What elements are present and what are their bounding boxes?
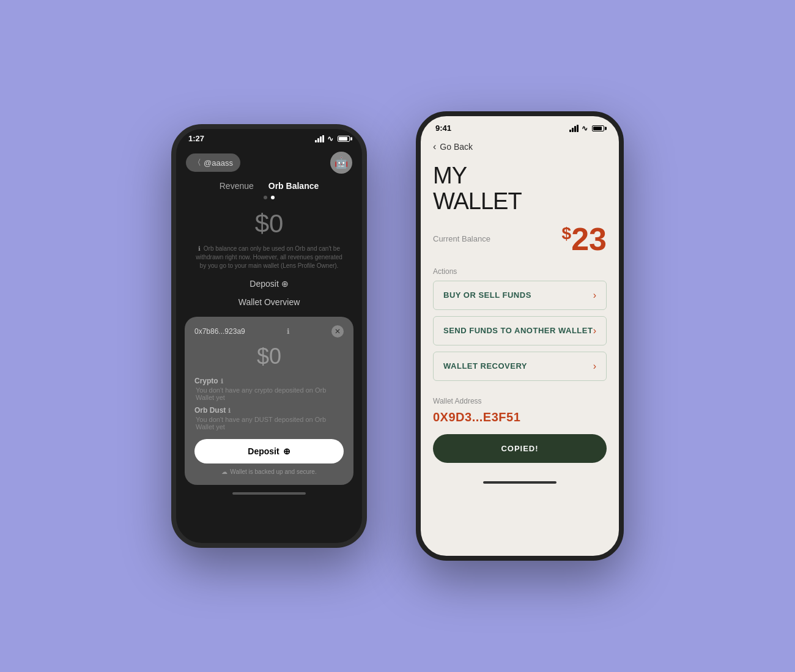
send-funds-label: SEND FUNDS TO ANOTHER WALLET <box>443 326 593 335</box>
main-balance: $0 <box>176 204 362 242</box>
wifi-icon-dark: ∿ <box>327 135 333 143</box>
send-funds-button[interactable]: SEND FUNDS TO ANOTHER WALLET › <box>433 316 607 345</box>
tab-revenue[interactable]: Revenue <box>220 181 254 191</box>
buy-sell-label: BUY OR SELL FUNDS <box>443 290 531 300</box>
chevron-left-icon: ‹ <box>433 141 436 152</box>
tab-dots <box>176 196 362 204</box>
deposit-link[interactable]: Deposit ⊕ <box>176 273 362 295</box>
phone-dark: 1:27 ∿ 〈 @aaass 🤖 Revenue Orb Balance $0 <box>171 124 367 548</box>
popup-header: 0x7b86...923a9 ℹ ✕ <box>194 325 344 338</box>
username-badge[interactable]: 〈 @aaass <box>186 153 240 172</box>
wallet-title-line2: WALLET <box>433 189 607 215</box>
wallet-overview-link[interactable]: Wallet Overview <box>176 295 362 313</box>
actions-label: Actions <box>433 267 607 276</box>
wallet-address-value: 0X9D3...E3F51 <box>433 410 607 424</box>
wallet-popup-card: 0x7b86...923a9 ℹ ✕ $0 Crypto ℹ You don't… <box>185 317 353 485</box>
copied-button[interactable]: COPIED! <box>433 434 607 463</box>
wallet-address-section: Wallet Address 0X9D3...E3F51 COPIED! <box>421 387 619 469</box>
crypto-label: Crypto ℹ <box>194 377 344 385</box>
arrow-right-icon-3: › <box>593 361 596 372</box>
signal-icon-light <box>569 125 579 132</box>
header-dark: 〈 @aaass 🤖 <box>176 143 362 179</box>
phone-light: 9:41 ∿ ‹ Go Back MY WALLET Current Balan… <box>416 111 624 561</box>
time-light: 9:41 <box>435 124 451 133</box>
balance-amount: $23 <box>562 223 607 255</box>
dot-1 <box>264 196 267 199</box>
plus-icon: ⊕ <box>281 279 289 289</box>
signal-icon-dark <box>315 135 324 142</box>
dust-sub-text: You don't have any DUST deposited on Orb… <box>194 416 344 430</box>
home-indicator-light <box>483 481 556 484</box>
info-text: ℹ Orb balance can only be used on Orb an… <box>176 242 362 273</box>
crypto-sub-text: You don't have any crypto deposited on O… <box>194 386 344 401</box>
arrow-right-icon-2: › <box>593 325 596 336</box>
wallet-recovery-label: WALLET RECOVERY <box>443 361 527 371</box>
main-balance-amount: $0 <box>176 209 362 238</box>
time-dark: 1:27 <box>188 134 204 143</box>
close-popup-button[interactable]: ✕ <box>331 325 344 338</box>
back-label: Go Back <box>440 142 473 152</box>
arrow-right-icon-1: › <box>593 290 596 301</box>
actions-section: Actions BUY OR SELL FUNDS › SEND FUNDS T… <box>421 267 619 381</box>
home-indicator-dark <box>232 492 306 495</box>
balance-label: Current Balance <box>433 234 490 243</box>
currency-symbol: $ <box>562 223 572 242</box>
plus-icon-btn: ⊕ <box>283 446 290 456</box>
wallet-title: MY WALLET <box>421 157 619 215</box>
dust-section: Orb Dust ℹ You don't have any DUST depos… <box>194 406 344 430</box>
tab-row: Revenue Orb Balance <box>176 179 362 196</box>
popup-balance: $0 <box>194 341 344 377</box>
info-icon-dust: ℹ <box>228 407 231 414</box>
balance-row: Current Balance $23 <box>421 215 619 267</box>
balance-number: 23 <box>571 221 607 257</box>
dust-label: Orb Dust ℹ <box>194 406 344 415</box>
wallet-title-line1: MY <box>433 163 607 189</box>
status-icons-dark: ∿ <box>315 135 350 143</box>
popup-address: 0x7b86...923a9 <box>194 327 245 336</box>
info-icon-popup: ℹ <box>287 327 290 336</box>
buy-sell-button[interactable]: BUY OR SELL FUNDS › <box>433 281 607 310</box>
wallet-recovery-button[interactable]: WALLET RECOVERY › <box>433 352 607 381</box>
deposit-button[interactable]: Deposit ⊕ <box>194 439 344 463</box>
status-bar-light: 9:41 ∿ <box>421 116 619 136</box>
wallet-address-label: Wallet Address <box>433 397 607 405</box>
info-text-content: Orb balance can only be used on Orb and … <box>196 245 342 269</box>
backup-text: ☁ Wallet is backed up and secure. <box>194 468 344 475</box>
status-icons-light: ∿ <box>569 124 604 133</box>
back-button[interactable]: ‹ Go Back <box>421 136 619 157</box>
info-icon-crypto: ℹ <box>221 378 223 385</box>
crypto-section: Crypto ℹ You don't have any crypto depos… <box>194 377 344 401</box>
tab-orb-balance[interactable]: Orb Balance <box>268 181 319 191</box>
wifi-icon-light: ∿ <box>582 124 588 133</box>
dot-2 <box>271 196 275 199</box>
battery-icon-dark <box>338 136 350 142</box>
info-icon: ℹ <box>198 245 201 252</box>
bracket-icon: 〈 <box>193 157 201 168</box>
username-label: @aaass <box>204 158 233 168</box>
cloud-icon: ☁ <box>221 468 227 475</box>
avatar[interactable]: 🤖 <box>330 152 352 174</box>
status-bar-dark: 1:27 ∿ <box>176 129 362 143</box>
battery-icon-light <box>592 125 604 131</box>
